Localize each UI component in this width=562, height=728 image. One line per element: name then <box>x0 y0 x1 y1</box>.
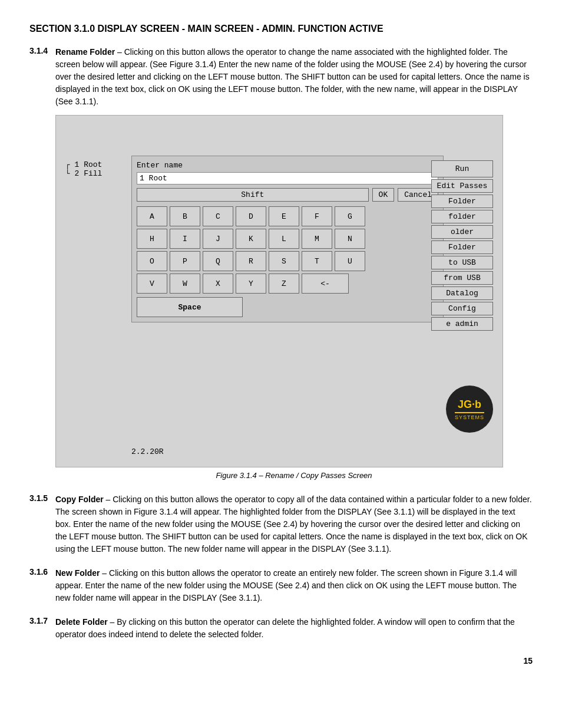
section-314-heading: Rename Folder <box>55 47 115 57</box>
dialog-input[interactable] <box>137 172 438 185</box>
key-V[interactable]: V <box>137 274 167 294</box>
sidebar-btn-config[interactable]: Config <box>431 302 493 315</box>
key-S[interactable]: S <box>269 251 299 271</box>
key-X[interactable]: X <box>203 274 233 294</box>
key-M[interactable]: M <box>302 229 332 249</box>
tree-item-1: ┌ 1 Root <box>65 160 102 169</box>
section-316-text: New Folder – Clicking on this button all… <box>55 567 533 604</box>
right-sidebar: Run Edit Passes Folder folder older Fold… <box>431 160 493 331</box>
dialog-area: Enter name Shift OK Cancel A B C D <box>131 156 444 322</box>
key-Q[interactable]: Q <box>203 251 233 271</box>
dialog-label: Enter name <box>137 161 438 170</box>
sidebar-btn-folder1[interactable]: Folder <box>431 195 493 208</box>
sidebar-btn-folder2[interactable]: folder <box>431 210 493 223</box>
key-row-2: H I J K L M N <box>137 229 438 249</box>
section-314-text: Rename Folder – Clicking on this button … <box>55 46 533 108</box>
section-num-315: 3.1.5 <box>29 493 51 559</box>
section-317-text: Delete Folder – By clicking on this butt… <box>55 616 533 641</box>
key-O[interactable]: O <box>137 251 167 271</box>
sidebar-btn-folder3[interactable]: older <box>431 225 493 239</box>
section-num-316: 3.1.6 <box>29 567 51 608</box>
key-W[interactable]: W <box>170 274 200 294</box>
section-num-314: 3.1.4 <box>29 46 51 485</box>
keyboard: A B C D E F G H I J K <box>137 206 438 294</box>
key-T[interactable]: T <box>302 251 332 271</box>
key-P[interactable]: P <box>170 251 200 271</box>
section-317-heading: Delete Folder <box>55 617 108 627</box>
key-row-3: O P Q R S T U <box>137 251 438 271</box>
key-U[interactable]: U <box>335 251 365 271</box>
section-title: SECTION 3.1.0 DISPLAY SCREEN - MAIN SCRE… <box>29 24 533 34</box>
sidebar-btn-datalog[interactable]: Datalog <box>431 286 493 300</box>
key-F[interactable]: F <box>302 206 332 226</box>
key-E[interactable]: E <box>269 206 299 226</box>
sidebar-btn-folder4[interactable]: Folder <box>431 241 493 254</box>
key-Y[interactable]: Y <box>236 274 266 294</box>
sidebar-btn-run[interactable]: Run <box>431 160 493 177</box>
key-backspace[interactable]: <- <box>302 274 349 294</box>
key-N[interactable]: N <box>335 229 365 249</box>
section-314-body: – Clicking on this button allows the ope… <box>55 47 530 106</box>
key-H[interactable]: H <box>137 229 167 249</box>
key-B[interactable]: B <box>170 206 200 226</box>
section-317-body: – By clicking on this button the operato… <box>55 617 515 639</box>
ok-button[interactable]: OK <box>372 188 395 202</box>
logo-jgb-text: JG·b <box>455 398 484 411</box>
section-316-body: – Clicking on this button allows the ope… <box>55 568 517 602</box>
key-C[interactable]: C <box>203 206 233 226</box>
tree-area: ┌ 1 Root └ 2 Fill <box>65 160 102 178</box>
section-315-body: – Clicking on this button allows the ope… <box>55 495 532 554</box>
logo-area: JG·b SYSTEMS <box>446 386 493 433</box>
figure-caption: Figure 3.1.4 – Rename / Copy Passes Scre… <box>55 470 533 482</box>
sidebar-btn-edit-passes[interactable]: Edit Passes <box>431 179 493 193</box>
version-text: 2.2.20R <box>131 447 164 456</box>
section-num-317: 3.1.7 <box>29 616 51 644</box>
key-J[interactable]: J <box>203 229 233 249</box>
key-I[interactable]: I <box>170 229 200 249</box>
key-Z[interactable]: Z <box>269 274 299 294</box>
key-row-1: A B C D E F G <box>137 206 438 226</box>
key-D[interactable]: D <box>236 206 266 226</box>
key-L[interactable]: L <box>269 229 299 249</box>
page-number: 15 <box>29 656 533 666</box>
space-button[interactable]: Space <box>137 297 243 317</box>
section-315-text: Copy Folder – Clicking on this button al… <box>55 493 533 555</box>
section-315-heading: Copy Folder <box>55 495 104 504</box>
key-R[interactable]: R <box>236 251 266 271</box>
key-A[interactable]: A <box>137 206 167 226</box>
shift-button[interactable]: Shift <box>137 188 369 202</box>
sidebar-btn-to-usb[interactable]: to USB <box>431 256 493 269</box>
logo-circle: JG·b SYSTEMS <box>446 386 493 433</box>
space-row: Space <box>137 297 438 317</box>
key-row-4: V W X Y Z <- <box>137 274 438 294</box>
logo-systems-text: SYSTEMS <box>455 414 484 420</box>
key-G[interactable]: G <box>335 206 365 226</box>
tree-item-2: └ 2 Fill <box>65 169 102 178</box>
section-316-heading: New Folder <box>55 568 100 578</box>
sidebar-btn-admin[interactable]: e admin <box>431 317 493 331</box>
figure-314: ┌ 1 Root └ 2 Fill Run Edit Passes Folder… <box>55 115 503 467</box>
key-K[interactable]: K <box>236 229 266 249</box>
sidebar-btn-from-usb[interactable]: from USB <box>431 271 493 285</box>
